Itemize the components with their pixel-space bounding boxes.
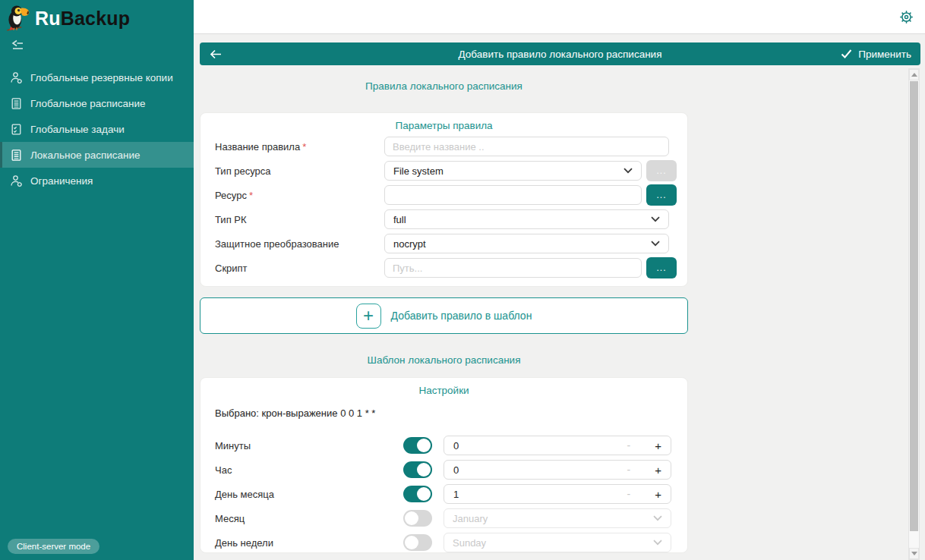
day-of-month-stepper[interactable]: 1 - +	[444, 484, 671, 504]
toggle-knob	[405, 536, 418, 549]
brand-backup: Backup	[61, 8, 131, 29]
script-path-input[interactable]	[384, 258, 642, 278]
decrement-button[interactable]: -	[627, 488, 631, 500]
main-area: Добавить правило локального расписания П…	[194, 35, 925, 560]
stepper-value: 1	[453, 489, 627, 500]
increment-button[interactable]: +	[655, 488, 661, 501]
resource-type-select[interactable]: File system	[384, 161, 642, 181]
plus-icon: +	[356, 304, 381, 329]
vertical-scrollbar[interactable]	[908, 68, 920, 560]
month-select: January	[444, 508, 671, 528]
card-title: Настройки	[200, 378, 687, 401]
sidebar-item-local-schedule[interactable]: Локальное расписание	[0, 142, 194, 168]
day-of-month-toggle[interactable]	[403, 486, 432, 502]
document-list-icon	[10, 149, 23, 162]
chevron-down-icon	[653, 515, 662, 521]
settings-row-minutes: Минуты 0 - +	[215, 436, 671, 455]
hour-toggle[interactable]	[403, 461, 432, 478]
add-rule-label: Добавить правило в шаблон	[391, 310, 532, 322]
section-title-rules: Правила локального расписания	[200, 80, 688, 94]
add-rule-to-template-button[interactable]: + Добавить правило в шаблон	[200, 297, 688, 334]
field-label: Минуты	[215, 440, 403, 451]
schedule-settings-card: Настройки Выбрано: крон-выражение 0 0 1 …	[200, 377, 688, 553]
backup-type-select[interactable]: full	[384, 209, 669, 229]
settings-row-hour: Час 0 - +	[215, 460, 671, 480]
chevron-down-icon	[651, 216, 660, 222]
sidebar-item-label: Глобальное расписание	[30, 98, 146, 109]
toggle-knob	[417, 439, 431, 452]
stepper-value: 0	[453, 440, 627, 451]
content-column: Правила локального расписания Параметры …	[200, 77, 688, 553]
rubackup-app: RuBackup Глобальные резервные копии Глоб…	[0, 0, 925, 560]
apply-label: Применить	[858, 49, 911, 60]
sidebar: RuBackup Глобальные резервные копии Глоб…	[0, 0, 194, 560]
brand-text: RuBackup	[35, 9, 130, 28]
chevron-down-icon	[651, 241, 660, 247]
field-label: Ресурс*	[215, 190, 384, 201]
month-toggle[interactable]	[403, 510, 432, 527]
document-list-icon	[10, 97, 23, 110]
required-mark: *	[302, 141, 306, 153]
resource-browse-button[interactable]: ...	[646, 184, 677, 206]
increment-button[interactable]: +	[655, 439, 661, 452]
toggle-knob	[417, 463, 431, 477]
collapse-sidebar-icon[interactable]	[11, 39, 24, 51]
sidebar-item-global-tasks[interactable]: Глобальные задачи	[0, 116, 194, 142]
topbar	[194, 0, 925, 34]
increment-button[interactable]: +	[655, 464, 661, 477]
field-label: Тип РК	[215, 214, 384, 225]
back-arrow-icon	[209, 49, 223, 59]
brand-ru: Ru	[35, 8, 61, 29]
scroll-up-icon	[911, 73, 917, 77]
required-mark: *	[249, 190, 253, 201]
sidebar-item-label: Глобальные резервные копии	[30, 72, 173, 83]
resource-input[interactable]	[384, 185, 642, 205]
field-label: Название правила*	[215, 141, 384, 153]
day-of-week-select: Sunday	[444, 533, 671, 552]
scroll-down-icon	[911, 552, 917, 555]
hour-stepper[interactable]: 0 - +	[444, 460, 671, 480]
scroll-down-button[interactable]	[909, 548, 919, 559]
sidebar-item-global-schedule[interactable]: Глобальное расписание	[0, 90, 194, 116]
form-row-rule-name: Название правила*	[215, 137, 669, 156]
user-gear-icon	[10, 71, 23, 84]
logo: RuBackup	[0, 0, 194, 33]
script-browse-button[interactable]: ...	[646, 257, 677, 278]
form-row-resource: Ресурс* ...	[215, 185, 669, 205]
field-label: День месяца	[215, 489, 403, 500]
minutes-toggle[interactable]	[403, 437, 432, 454]
sidebar-nav: Глобальные резервные копии Глобальное ра…	[0, 64, 194, 193]
section-title-template: Шаблон локального расписания	[200, 354, 688, 368]
chevron-down-icon	[624, 168, 633, 174]
form-row-crypt: Защитное преобразование nocrypt	[215, 234, 669, 253]
toggle-knob	[405, 511, 418, 525]
card-title: Параметры правила	[200, 113, 687, 137]
field-label: Тип ресурса	[215, 165, 384, 177]
field-label: Месяц	[215, 513, 403, 524]
sidebar-item-global-backups[interactable]: Глобальные резервные копии	[0, 64, 194, 90]
sidebar-item-restrictions[interactable]: Ограничения	[0, 168, 194, 193]
rule-name-input[interactable]	[384, 137, 669, 156]
back-button[interactable]	[209, 45, 229, 63]
decrement-button[interactable]: -	[627, 464, 631, 476]
day-of-week-toggle[interactable]	[403, 534, 432, 551]
scroll-up-button[interactable]	[909, 69, 919, 80]
apply-button[interactable]: Применить	[841, 49, 911, 60]
cron-expression-text: Выбрано: крон-выражение 0 0 1 * *	[215, 407, 687, 421]
field-label: Час	[215, 464, 403, 476]
sidebar-item-label: Ограничения	[30, 175, 93, 187]
task-list-icon	[10, 123, 23, 136]
sidebar-item-label: Глобальные задачи	[30, 124, 125, 135]
settings-gear-icon[interactable]	[899, 10, 914, 24]
scrollbar-thumb[interactable]	[910, 81, 918, 531]
form-row-script: Скрипт ...	[215, 258, 669, 278]
crypt-select[interactable]: nocrypt	[384, 234, 669, 253]
minutes-stepper[interactable]: 0 - +	[444, 436, 671, 455]
decrement-button[interactable]: -	[627, 439, 631, 451]
field-label: Защитное преобразование	[215, 238, 384, 250]
toggle-knob	[417, 487, 431, 501]
rule-parameters-card: Параметры правила Название правила* Тип …	[200, 112, 688, 287]
page-title: Добавить правило локального расписания	[200, 49, 920, 60]
field-label: Скрипт	[215, 263, 384, 274]
scrollbar-track[interactable]	[909, 80, 919, 548]
